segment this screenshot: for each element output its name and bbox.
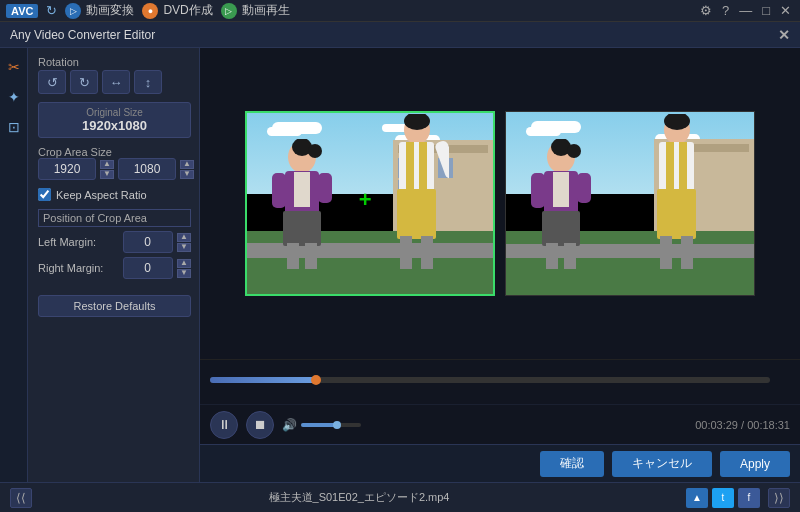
crop-icon[interactable]: ⊡ bbox=[3, 116, 25, 138]
crop-width-input[interactable] bbox=[38, 158, 96, 180]
original-size-box: Original Size 1920x1080 bbox=[38, 102, 191, 138]
crop-height-input[interactable] bbox=[118, 158, 176, 180]
svg-point-21 bbox=[567, 144, 581, 158]
confirm-button[interactable]: 確認 bbox=[540, 451, 604, 477]
help-icon[interactable]: ? bbox=[719, 3, 732, 18]
right-margin-input[interactable] bbox=[123, 257, 173, 279]
left-margin-input[interactable] bbox=[123, 231, 173, 253]
time-display: 00:03:29 / 00:18:31 bbox=[695, 419, 790, 431]
rotation-section: Rotation ↺ ↻ ↔ ↕ bbox=[38, 56, 191, 94]
keep-aspect-row: Keep Aspect Ratio bbox=[38, 188, 191, 201]
right-margin-down[interactable]: ▼ bbox=[177, 269, 191, 278]
play-tab[interactable]: ▷ 動画再生 bbox=[221, 2, 290, 19]
social-buttons: ▲ t f bbox=[686, 488, 760, 508]
minimize-button[interactable]: — bbox=[736, 3, 755, 18]
crop-height-up[interactable]: ▲ bbox=[180, 160, 194, 169]
stop-button[interactable]: ⏹ bbox=[246, 411, 274, 439]
svg-rect-16 bbox=[400, 236, 412, 269]
svg-rect-18 bbox=[434, 139, 449, 179]
convert-tab[interactable]: ▷ 動画変換 bbox=[65, 2, 134, 19]
progress-bar-track[interactable] bbox=[210, 377, 770, 383]
right-char-left bbox=[526, 139, 596, 269]
right-video-frame bbox=[505, 111, 755, 296]
action-bar: 確認 キャンセル Apply bbox=[200, 444, 800, 482]
dvd-tab[interactable]: ● DVD作成 bbox=[142, 2, 212, 19]
volume-control: 🔊 bbox=[282, 418, 361, 432]
left-margin-row: Left Margin: ▲ ▼ bbox=[38, 231, 191, 253]
svg-rect-28 bbox=[564, 243, 576, 269]
svg-rect-31 bbox=[659, 142, 694, 192]
close-button[interactable]: ✕ bbox=[777, 3, 794, 18]
right-margin-row: Right Margin: ▲ ▼ bbox=[38, 257, 191, 279]
status-bar: ⟨⟨ 極主夫道_S01E02_エピソード2.mp4 ▲ t f ⟩⟩ bbox=[0, 482, 800, 512]
timeline-wrapper bbox=[210, 377, 790, 387]
original-size-value: 1920x1080 bbox=[43, 118, 186, 133]
svg-rect-27 bbox=[546, 243, 558, 269]
left-panel: ✂ ✦ ⊡ Rotation ↺ ↻ ↔ ↕ Original Size 192… bbox=[0, 48, 200, 482]
timeline-area bbox=[200, 359, 800, 404]
keep-aspect-checkbox[interactable] bbox=[38, 188, 51, 201]
rotate-ccw-button[interactable]: ↺ bbox=[38, 70, 66, 94]
video-area: + bbox=[200, 48, 800, 359]
flip-v-button[interactable]: ↕ bbox=[134, 70, 162, 94]
rotate-cw-button[interactable]: ↻ bbox=[70, 70, 98, 94]
volume-slider-track[interactable] bbox=[301, 423, 361, 427]
crop-inputs: ▲ ▼ ▲ ▼ bbox=[38, 158, 191, 180]
dialog-close-button[interactable]: ✕ bbox=[778, 27, 790, 43]
twitter-icon: t bbox=[722, 492, 725, 503]
crop-height-spinner[interactable]: ▲ ▼ bbox=[180, 160, 194, 179]
app-logo: AVC bbox=[6, 4, 38, 18]
svg-rect-36 bbox=[681, 236, 693, 269]
cancel-button[interactable]: キャンセル bbox=[612, 451, 712, 477]
right-cloud-2 bbox=[526, 127, 561, 136]
refresh-icon[interactable]: ↻ bbox=[46, 3, 57, 18]
flip-h-button[interactable]: ↔ bbox=[102, 70, 130, 94]
volume-slider-fill bbox=[301, 423, 337, 427]
rotation-controls: ↺ ↻ ↔ ↕ bbox=[38, 70, 191, 94]
volume-icon: 🔊 bbox=[282, 418, 297, 432]
left-margin-spinner[interactable]: ▲ ▼ bbox=[177, 233, 191, 252]
svg-rect-35 bbox=[660, 236, 672, 269]
svg-rect-15 bbox=[397, 189, 436, 239]
pause-button[interactable]: ⏸ bbox=[210, 411, 238, 439]
volume-slider-thumb[interactable] bbox=[333, 421, 341, 429]
apply-button[interactable]: Apply bbox=[720, 451, 790, 477]
prev-button[interactable]: ⟨⟨ bbox=[10, 488, 32, 508]
left-margin-down[interactable]: ▼ bbox=[177, 243, 191, 252]
right-scene-bg bbox=[506, 112, 754, 295]
play-label: 動画再生 bbox=[242, 2, 290, 19]
keep-aspect-label: Keep Aspect Ratio bbox=[56, 189, 147, 201]
facebook-button[interactable]: f bbox=[738, 488, 760, 508]
svg-rect-24 bbox=[542, 211, 580, 246]
character-left bbox=[267, 139, 337, 269]
svg-rect-32 bbox=[666, 142, 674, 192]
character-right bbox=[384, 114, 449, 269]
crop-height-down[interactable]: ▼ bbox=[180, 170, 194, 179]
upload-icon: ▲ bbox=[692, 492, 702, 503]
maximize-button[interactable]: □ bbox=[759, 3, 773, 18]
twitter-button[interactable]: t bbox=[712, 488, 734, 508]
play-icon: ▷ bbox=[221, 3, 237, 19]
right-margin-up[interactable]: ▲ bbox=[177, 259, 191, 268]
scissors-icon[interactable]: ✂ bbox=[3, 56, 25, 78]
controls-area: ⏸ ⏹ 🔊 00:03:29 / 00:18:31 bbox=[200, 404, 800, 444]
position-section: Position of Crop Area Left Margin: ▲ ▼ R… bbox=[38, 209, 191, 283]
dialog-title: Any Video Converter Editor bbox=[10, 28, 778, 42]
crop-width-down[interactable]: ▼ bbox=[100, 170, 114, 179]
left-content: Rotation ↺ ↻ ↔ ↕ Original Size 1920x1080… bbox=[38, 56, 191, 317]
right-char-right bbox=[644, 114, 709, 269]
upload-button[interactable]: ▲ bbox=[686, 488, 708, 508]
svg-rect-5 bbox=[283, 211, 321, 246]
svg-rect-13 bbox=[406, 142, 414, 192]
settings-icon[interactable]: ⚙ bbox=[697, 3, 715, 18]
effect-icon[interactable]: ✦ bbox=[3, 86, 25, 108]
crop-width-up[interactable]: ▲ bbox=[100, 160, 114, 169]
svg-rect-4 bbox=[294, 172, 310, 207]
progress-thumb[interactable] bbox=[311, 375, 321, 385]
svg-rect-9 bbox=[305, 243, 317, 269]
left-margin-up[interactable]: ▲ bbox=[177, 233, 191, 242]
restore-defaults-button[interactable]: Restore Defaults bbox=[38, 295, 191, 317]
crop-width-spinner[interactable]: ▲ ▼ bbox=[100, 160, 114, 179]
next-button[interactable]: ⟩⟩ bbox=[768, 488, 790, 508]
right-margin-spinner[interactable]: ▲ ▼ bbox=[177, 259, 191, 278]
